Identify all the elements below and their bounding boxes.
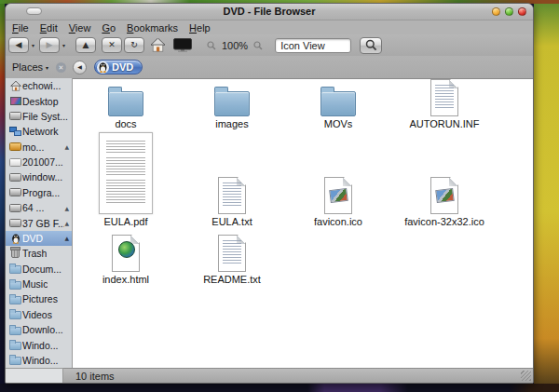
sidebar-item-label: Downlo... bbox=[22, 324, 63, 335]
sidebar-item-label: Network bbox=[22, 126, 59, 137]
menubar: File Edit View Go Bookmarks Help bbox=[6, 20, 533, 34]
file-name: README.txt bbox=[203, 274, 261, 285]
sidebar-item-windows-1[interactable]: Windo... bbox=[6, 337, 72, 352]
view-mode-selector[interactable]: Icon View bbox=[275, 38, 351, 53]
sidebar-item-downloads[interactable]: Downlo... bbox=[6, 322, 72, 337]
sidebar-item-label: 37 GB F... bbox=[22, 218, 64, 229]
menu-go-mnemonic: G bbox=[102, 22, 110, 34]
folder-icon bbox=[320, 91, 356, 116]
file-item-index-html[interactable]: index.html bbox=[102, 235, 149, 288]
eject-icon[interactable]: ▲ bbox=[64, 205, 69, 211]
forward-button[interactable]: ▶ bbox=[39, 37, 60, 53]
file-item-eula-txt[interactable]: EULA.txt bbox=[211, 177, 252, 230]
sidebar-item-label: File Syst... bbox=[22, 111, 68, 122]
menu-edit-rest: dit bbox=[47, 22, 58, 34]
file-item-autorun[interactable]: AUTORUN.INF bbox=[410, 79, 480, 132]
menu-bookmarks-rest: ookmarks bbox=[133, 22, 178, 34]
desktop-image-icon bbox=[8, 97, 22, 105]
eject-icon[interactable]: ▲ bbox=[64, 235, 69, 241]
back-button[interactable]: ◀ bbox=[8, 37, 29, 53]
minimize-button[interactable] bbox=[492, 7, 500, 16]
file-icon-view[interactable]: docs images MOVs AUTORUN.INF EULA.pdf bbox=[73, 78, 533, 368]
drive-icon bbox=[8, 204, 22, 212]
sidebar-item-videos[interactable]: Videos bbox=[6, 307, 72, 322]
close-sidebar-button[interactable]: ✕ bbox=[56, 62, 66, 73]
menu-file[interactable]: File bbox=[12, 22, 29, 34]
sidebar-item-pictures[interactable]: Pictures bbox=[6, 291, 72, 306]
sidebar-item-trash[interactable]: Trash bbox=[6, 246, 72, 261]
sidebar-item-windows[interactable]: window... bbox=[6, 169, 72, 184]
file-item-docs[interactable]: docs bbox=[108, 86, 143, 132]
back-history-dropdown[interactable]: ▾ bbox=[29, 42, 37, 48]
zoom-in-button[interactable] bbox=[253, 41, 263, 50]
refresh-icon: ↻ bbox=[130, 40, 138, 49]
resize-grip[interactable] bbox=[521, 371, 531, 381]
eject-icon[interactable]: ▲ bbox=[64, 220, 69, 226]
sidebar-item-dvd[interactable]: DVD ▲ bbox=[6, 231, 72, 246]
menu-help[interactable]: Help bbox=[189, 22, 211, 34]
path-scroll-back-button[interactable]: ◀ bbox=[73, 61, 87, 74]
up-button[interactable]: ▲ bbox=[75, 37, 96, 53]
folder-icon bbox=[8, 340, 22, 350]
sidebar-item-label: mo... bbox=[22, 142, 44, 153]
places-dropdown-icon[interactable]: ▾ bbox=[46, 64, 48, 71]
places-label[interactable]: Places bbox=[12, 61, 43, 73]
titlebar[interactable]: DVD - File Browser bbox=[6, 4, 533, 20]
up-icon: ▲ bbox=[83, 40, 89, 49]
file-grid: docs images MOVs AUTORUN.INF EULA.pdf bbox=[73, 79, 533, 288]
file-name: MOVs bbox=[324, 118, 353, 129]
home-button[interactable] bbox=[150, 38, 166, 52]
sidebar-item-music[interactable]: Music bbox=[6, 277, 72, 291]
sidebar-item-201007[interactable]: 201007... bbox=[6, 155, 72, 169]
linux-penguin-icon bbox=[97, 61, 109, 74]
maximize-button[interactable] bbox=[505, 7, 513, 16]
sidebar-item-label: Windo... bbox=[22, 355, 59, 366]
zoom-in-icon bbox=[253, 41, 263, 50]
close-button[interactable] bbox=[518, 7, 526, 16]
file-item-readme[interactable]: README.txt bbox=[203, 235, 261, 288]
menu-bookmarks[interactable]: Bookmarks bbox=[127, 22, 178, 34]
search-button[interactable] bbox=[360, 37, 382, 54]
sidebar-item-label: 201007... bbox=[22, 156, 63, 168]
drive-icon bbox=[8, 158, 22, 167]
breadcrumb-dvd[interactable]: DVD bbox=[94, 60, 143, 74]
file-name: index.html bbox=[102, 274, 149, 285]
folder-icon bbox=[8, 309, 22, 319]
menu-view[interactable]: View bbox=[69, 22, 91, 34]
file-browser-window: DVD - File Browser File Edit View Go Boo… bbox=[5, 3, 534, 384]
file-item-favicon-32[interactable]: favicon-32x32.ico bbox=[404, 177, 484, 230]
stop-button[interactable]: ✕ bbox=[102, 37, 122, 53]
breadcrumb-label: DVD bbox=[112, 61, 133, 73]
sidebar-item-documents[interactable]: Docum... bbox=[6, 262, 72, 277]
zoom-out-button[interactable] bbox=[207, 41, 216, 50]
sidebar-item-network[interactable]: Network bbox=[6, 124, 72, 139]
sidebar-item-windows-2[interactable]: Windo... bbox=[6, 353, 72, 368]
menu-go[interactable]: Go bbox=[102, 22, 116, 34]
sidebar-item-desktop[interactable]: Desktop bbox=[6, 93, 72, 108]
eject-icon[interactable]: ▲ bbox=[64, 143, 69, 150]
menu-edit[interactable]: Edit bbox=[40, 22, 58, 34]
file-name: EULA.txt bbox=[211, 216, 252, 227]
drive-icon bbox=[8, 173, 22, 182]
file-item-eula-pdf[interactable]: EULA.pdf bbox=[99, 132, 153, 230]
fullscreen-button[interactable] bbox=[173, 38, 192, 52]
forward-history-dropdown[interactable]: ▾ bbox=[60, 42, 68, 48]
toolbar: ◀ ▾ ▶ ▾ ▲ ✕ ↻ 100% bbox=[6, 34, 533, 56]
sidebar-item-program[interactable]: Progra... bbox=[6, 185, 72, 200]
places-header: Places ▾ ✕ bbox=[6, 61, 73, 73]
home-icon bbox=[150, 38, 166, 52]
sidebar-item-filesystem[interactable]: File Syst... bbox=[6, 109, 72, 124]
file-item-images[interactable]: images bbox=[214, 86, 250, 132]
drive-icon bbox=[8, 188, 22, 196]
sidebar-item-mo[interactable]: mo... ▲ bbox=[6, 140, 72, 155]
drive-icon bbox=[8, 219, 22, 227]
refresh-button[interactable]: ↻ bbox=[124, 37, 144, 53]
sidebar-item-37gb[interactable]: 37 GB F... ▲ bbox=[6, 215, 72, 230]
sidebar-item-home[interactable]: echowi... bbox=[6, 78, 72, 93]
sidebar-bottom-panel bbox=[6, 368, 63, 383]
file-item-movs[interactable]: MOVs bbox=[320, 86, 356, 132]
sidebar-item-64[interactable]: 64 ... ▲ bbox=[6, 200, 72, 215]
file-item-favicon[interactable]: favicon.ico bbox=[314, 177, 362, 230]
drive-icon bbox=[8, 112, 22, 120]
desktop-background-bottom bbox=[0, 384, 559, 392]
